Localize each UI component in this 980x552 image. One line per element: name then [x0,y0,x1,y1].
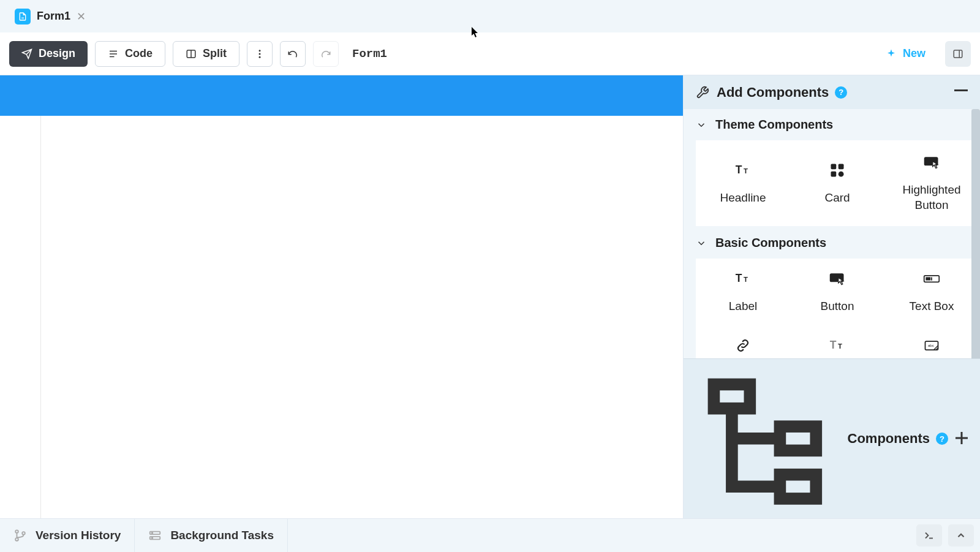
basic-components-grid: TT Label Button Text Box [696,259,979,358]
svg-point-49 [152,537,153,539]
design-button[interactable]: Design [9,41,88,67]
svg-rect-38 [714,385,750,409]
panel-content: Theme Components TT Headline Card [684,109,980,358]
component-textbox[interactable]: Text Box [884,259,979,325]
new-button[interactable]: New [873,41,938,67]
svg-rect-10 [954,89,968,91]
tasks-icon [148,529,162,542]
theme-components-section[interactable]: Theme Components [684,109,980,140]
components-panel-header[interactable]: Components ? [684,358,980,518]
theme-components-grid: TT Headline Card Highlighted Button [696,140,979,226]
design-label: Design [39,47,75,60]
svg-rect-15 [831,171,837,176]
component-highlighted-button[interactable]: Highlighted Button [884,140,979,226]
svg-point-48 [152,532,153,534]
svg-text:T: T [744,276,748,283]
redo-button[interactable] [313,41,339,67]
svg-point-7 [259,56,261,58]
component-button[interactable]: Button [790,259,884,325]
svg-text:T: T [838,342,842,350]
undo-button[interactable] [280,41,306,67]
list-icon [108,48,119,59]
split-button[interactable]: Split [173,41,239,67]
add-components-title: Add Components [717,85,829,100]
svg-point-44 [15,538,18,541]
component-link[interactable]: Link [696,325,790,359]
svg-rect-13 [831,164,837,169]
canvas-header[interactable] [0,75,683,116]
component-headline[interactable]: TT Headline [696,140,790,226]
plus-icon[interactable] [956,429,968,448]
panel-toggle-button[interactable] [945,41,971,67]
tab-form1[interactable]: Form1 ✕ [6,0,94,32]
component-label[interactable]: TT Label [696,259,790,325]
svg-text:abc: abc [928,342,934,347]
new-label: New [903,47,925,60]
link-icon [734,336,752,355]
svg-rect-39 [780,427,816,451]
split-label: Split [203,47,227,60]
minimize-icon[interactable] [954,83,968,102]
console-icon [922,530,936,541]
chevron-down-icon [696,119,707,130]
label-icon: TT [734,270,752,288]
svg-point-43 [15,530,18,533]
scrollbar[interactable] [971,109,980,358]
console-button[interactable] [916,524,942,546]
component-label: Headline [720,191,766,206]
scrollbar-thumb[interactable] [971,109,980,358]
right-panel: Add Components ? Theme Components TT Hea… [683,75,980,518]
expand-button[interactable] [948,524,974,546]
paper-plane-icon [21,48,32,59]
split-icon [186,48,197,59]
basic-components-section[interactable]: Basic Components [684,227,980,259]
close-icon[interactable]: ✕ [77,10,86,23]
component-card[interactable]: Card [790,140,884,226]
tree-icon [696,366,840,511]
background-tasks-button[interactable]: Background Tasks [135,519,288,552]
bottom-bar: Version History Background Tasks [0,518,980,552]
textarea-icon: abc [922,336,941,355]
component-label: Button [821,299,854,314]
code-button[interactable]: Code [95,41,165,67]
help-badge[interactable]: ? [835,86,847,99]
kebab-icon [254,48,265,59]
chevron-down-icon [696,238,707,249]
wrench-icon [696,86,709,99]
canvas-body[interactable] [40,116,683,518]
components-title: Components [848,431,930,447]
svg-point-5 [259,50,261,51]
richtext-icon: TT [828,336,846,355]
code-label: Code [125,47,153,60]
main-area: Add Components ? Theme Components TT Hea… [0,75,980,518]
version-history-button[interactable]: Version History [0,519,135,552]
component-label: Card [824,191,850,206]
chevron-up-icon [956,530,967,541]
design-canvas[interactable] [0,75,683,518]
svg-rect-14 [839,164,844,169]
svg-text:T: T [736,164,742,176]
add-components-header[interactable]: Add Components ? [684,75,980,109]
component-richtext[interactable]: TT Rich Text [790,325,884,359]
headline-icon: TT [734,161,752,180]
card-icon [828,161,846,180]
branch-icon [13,529,27,542]
component-textarea[interactable]: abc Text Area [884,325,979,359]
help-badge[interactable]: ? [936,433,948,445]
panel-icon [952,48,963,59]
highlighted-button-icon [922,153,941,172]
form-icon [15,9,31,25]
button-icon [828,270,846,288]
svg-rect-8 [954,50,962,58]
component-label: Label [729,299,758,314]
background-tasks-label: Background Tasks [170,529,274,542]
form-name-label: Form1 [352,47,387,61]
svg-point-45 [22,532,25,535]
svg-text:T: T [830,339,837,351]
more-button[interactable] [247,41,273,67]
textbox-icon [922,270,941,288]
svg-text:T: T [744,167,748,175]
component-label: Text Box [910,299,954,314]
undo-icon [287,48,298,59]
svg-point-16 [839,171,844,176]
